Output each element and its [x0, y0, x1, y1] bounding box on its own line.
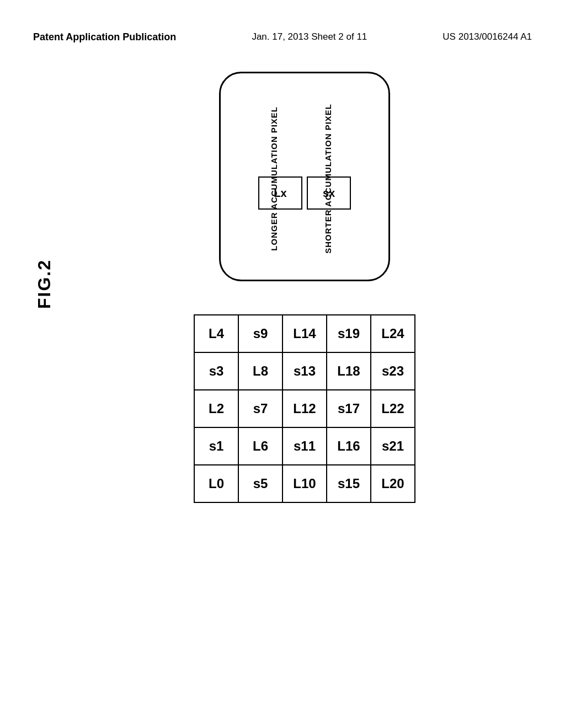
page-header: Patent Application Publication Jan. 17, …: [0, 0, 565, 55]
grid-cell: s9: [238, 315, 282, 352]
grid-cell: s5: [238, 465, 282, 502]
grid-cell: s17: [327, 390, 371, 427]
grid-cell: s19: [327, 315, 371, 352]
grid-cell: s7: [238, 390, 282, 427]
publication-label: Patent Application Publication: [33, 30, 176, 44]
grid-cell: L0: [194, 465, 238, 502]
main-content: LONGER ACCUMULATION PIXEL SHORTER ACCUMU…: [0, 55, 565, 503]
grid-cell: L18: [327, 352, 371, 390]
table-row: s1L6s11L16s21: [194, 427, 415, 465]
grid-cell: L22: [371, 390, 415, 427]
grid-cell: L6: [238, 427, 282, 465]
grid-cell: L8: [238, 352, 282, 390]
pixel-lx-box: Lx: [258, 176, 302, 210]
grid-table: L4s9L14s19L24s3L8s13L18s23L2s7L12s17L22s…: [194, 314, 415, 503]
table-row: L4s9L14s19L24: [194, 315, 415, 352]
grid-cell: L20: [371, 465, 415, 502]
grid-cell: L24: [371, 315, 415, 352]
table-row: s3L8s13L18s23: [194, 352, 415, 390]
grid-cell: s1: [194, 427, 238, 465]
grid-cell: s11: [282, 427, 327, 465]
grid-cell: L16: [327, 427, 371, 465]
grid-cell: s3: [194, 352, 238, 390]
table-row: L2s7L12s17L22: [194, 390, 415, 427]
table-row: L0s5L10s15L20: [194, 465, 415, 502]
grid-cell: s23: [371, 352, 415, 390]
device-outline: LONGER ACCUMULATION PIXEL SHORTER ACCUMU…: [219, 72, 390, 281]
patent-number: US 2013/0016244 A1: [443, 30, 532, 44]
grid-cell: L14: [282, 315, 327, 352]
grid-cell: L4: [194, 315, 238, 352]
grid-cell: L12: [282, 390, 327, 427]
grid-cell: L2: [194, 390, 238, 427]
longer-accumulation-label: LONGER ACCUMULATION PIXEL: [269, 106, 279, 251]
figure-label: FIG.2: [34, 259, 55, 309]
device-diagram: LONGER ACCUMULATION PIXEL SHORTER ACCUMU…: [219, 72, 390, 281]
shorter-accumulation-label: SHORTER ACCUMULATION PIXEL: [323, 104, 333, 254]
grid-cell: L10: [282, 465, 327, 502]
grid-cell: s13: [282, 352, 327, 390]
pixel-grid: L4s9L14s19L24s3L8s13L18s23L2s7L12s17L22s…: [194, 314, 415, 503]
grid-cell: s21: [371, 427, 415, 465]
grid-cell: s15: [327, 465, 371, 502]
sheet-info: Jan. 17, 2013 Sheet 2 of 11: [252, 30, 367, 44]
